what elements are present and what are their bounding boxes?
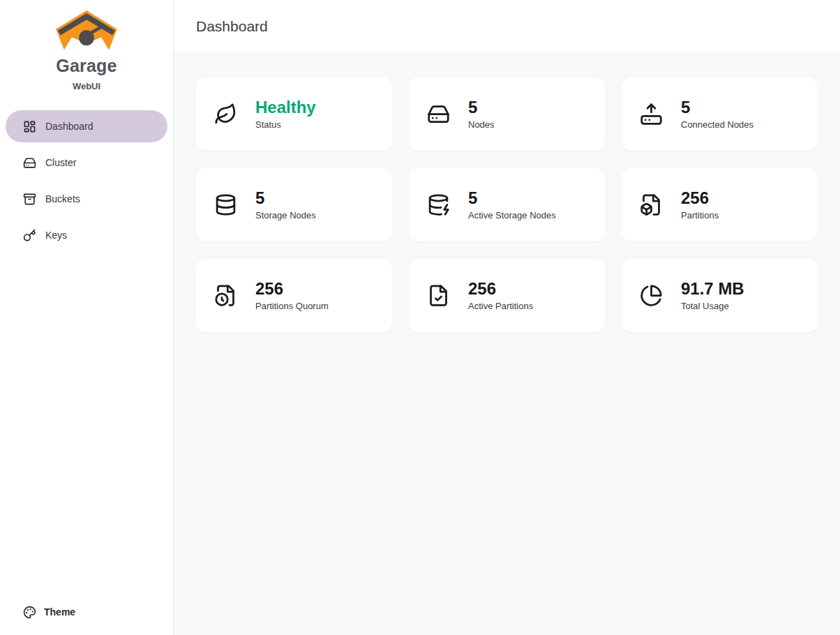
main-area: Dashboard HealthyStatus5Nodes5Connected …: [174, 0, 840, 635]
theme-button[interactable]: Theme: [6, 596, 167, 628]
stat-value: 5: [681, 98, 753, 117]
stat-value: 5: [255, 189, 316, 207]
sidebar-nav: DashboardClusterBucketsKeys: [0, 110, 173, 251]
stat-card-active-storage-nodes: 5Active Storage Nodes: [409, 168, 605, 241]
stat-value: 256: [681, 189, 719, 207]
sidebar-item-buckets[interactable]: Buckets: [6, 183, 167, 215]
stat-card-storage-nodes: 5Storage Nodes: [196, 168, 392, 241]
stat-card-nodes: 5Nodes: [409, 77, 605, 151]
stat-card-connected-nodes: 5Connected Nodes: [622, 77, 818, 151]
top-bar: Dashboard: [174, 0, 840, 52]
leaf-icon: [214, 103, 237, 126]
database-zap-icon: [427, 193, 450, 216]
pie-chart-icon: [640, 284, 663, 307]
stats-grid: HealthyStatus5Nodes5Connected Nodes5Stor…: [196, 77, 818, 332]
stat-card-status: HealthyStatus: [196, 77, 392, 151]
stat-value: 91.7 MB: [681, 280, 744, 298]
stat-value: 5: [468, 98, 495, 117]
sidebar-item-label: Keys: [45, 230, 67, 241]
stat-label: Active Partitions: [468, 301, 533, 311]
sidebar-item-label: Cluster: [45, 157, 76, 168]
stat-label: Active Storage Nodes: [468, 210, 556, 221]
app-name: Garage: [0, 56, 173, 76]
stat-label: Nodes: [468, 119, 495, 130]
sidebar-item-keys[interactable]: Keys: [6, 219, 167, 251]
sidebar-item-label: Dashboard: [45, 121, 93, 132]
stat-value: Healthy: [255, 98, 316, 117]
theme-button-label: Theme: [44, 606, 75, 618]
stat-label: Partitions: [681, 210, 719, 221]
hard-drive-icon: [23, 156, 36, 170]
palette-icon: [23, 606, 36, 619]
page-title: Dashboard: [196, 18, 268, 35]
stat-value: 256: [468, 280, 533, 298]
sidebar-item-dashboard[interactable]: Dashboard: [6, 110, 167, 142]
stat-card-total-usage: 91.7 MBTotal Usage: [622, 259, 818, 332]
stat-card-partitions-quorum: 256Partitions Quorum: [196, 259, 392, 332]
stat-value: 256: [255, 280, 329, 298]
stat-label: Storage Nodes: [255, 210, 316, 221]
archive-icon: [23, 193, 36, 206]
dashboard-content: HealthyStatus5Nodes5Connected Nodes5Stor…: [174, 52, 840, 635]
file-check-icon: [427, 284, 450, 307]
stat-label: Partitions Quorum: [255, 301, 329, 311]
stat-label: Connected Nodes: [681, 119, 753, 130]
stat-card-active-partitions: 256Active Partitions: [409, 259, 605, 332]
file-clock-icon: [214, 284, 237, 307]
database-icon: [214, 193, 237, 216]
stat-value: 5: [468, 189, 556, 207]
garage-logo: [54, 43, 119, 55]
file-box-icon: [640, 193, 663, 216]
stat-card-partitions: 256Partitions: [622, 168, 818, 241]
stat-label: Status: [255, 119, 316, 130]
sidebar-item-label: Buckets: [45, 193, 80, 204]
sidebar-item-cluster[interactable]: Cluster: [6, 147, 167, 179]
hard-drive-upload-icon: [640, 103, 663, 126]
key-icon: [23, 229, 36, 242]
layout-dashboard-icon: [23, 120, 36, 133]
hard-drive-icon: [427, 103, 450, 126]
stat-label: Total Usage: [681, 301, 744, 311]
logo-area: Garage WebUI: [0, 0, 173, 91]
sidebar-footer: Theme: [0, 596, 173, 635]
app-subtitle: WebUI: [0, 81, 173, 91]
sidebar: Garage WebUI DashboardClusterBucketsKeys…: [0, 0, 174, 635]
